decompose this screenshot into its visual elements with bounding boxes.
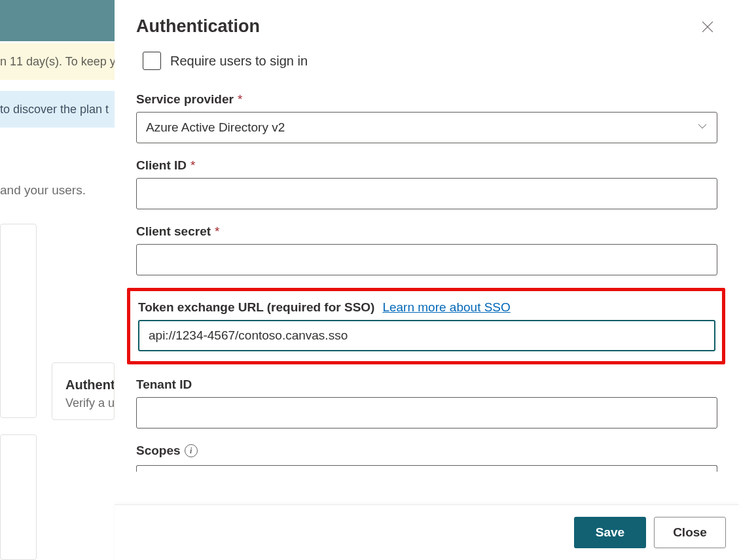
info-icon[interactable]: i	[185, 444, 198, 457]
bg-header-bar	[0, 0, 115, 41]
tenant-id-input[interactable]	[136, 397, 717, 429]
learn-more-sso-link[interactable]: Learn more about SSO	[382, 300, 510, 315]
token-url-highlight: Token exchange URL (required for SSO) Le…	[127, 288, 725, 364]
plan-banner: to discover the plan t	[0, 91, 115, 128]
bg-card-title: Authent	[65, 377, 114, 393]
client-secret-label: Client secret *	[136, 224, 717, 239]
require-signin-checkbox[interactable]	[143, 52, 161, 70]
bg-card-2: Authent Verify a u	[52, 362, 115, 420]
token-url-field: Token exchange URL (required for SSO) Le…	[138, 300, 715, 351]
tenant-id-field: Tenant ID	[136, 377, 717, 429]
panel-title: Authentication	[136, 16, 260, 37]
bg-card-3	[0, 434, 37, 560]
bg-description: and your users.	[0, 183, 86, 198]
service-provider-value: Azure Active Directory v2	[146, 120, 285, 135]
service-provider-label: Service provider *	[136, 92, 717, 107]
scopes-input[interactable]	[136, 465, 717, 472]
panel-footer: Save Close	[115, 504, 739, 560]
tenant-id-label: Tenant ID	[136, 377, 717, 392]
scopes-field: Scopes i	[136, 444, 717, 475]
client-id-input[interactable]	[136, 178, 717, 209]
close-button[interactable]: Close	[654, 517, 726, 548]
client-id-field: Client ID *	[136, 158, 717, 209]
require-signin-row: Require users to sign in	[143, 52, 717, 70]
token-url-label: Token exchange URL (required for SSO) Le…	[138, 300, 715, 315]
save-button[interactable]: Save	[574, 517, 646, 548]
scopes-label: Scopes i	[136, 444, 717, 458]
required-marker: *	[215, 224, 219, 239]
panel-header: Authentication	[115, 0, 739, 37]
client-secret-field: Client secret *	[136, 224, 717, 275]
panel-body: Require users to sign in Service provide…	[115, 37, 739, 504]
client-secret-input[interactable]	[136, 244, 717, 275]
required-marker: *	[238, 92, 242, 107]
close-icon[interactable]	[697, 16, 718, 37]
service-provider-field: Service provider * Azure Active Director…	[136, 92, 717, 143]
trial-banner: n 11 day(s). To keep yo	[0, 43, 115, 80]
plan-banner-text: to discover the plan t	[0, 103, 109, 116]
authentication-panel: Authentication Require users to sign in …	[115, 0, 739, 560]
require-signin-label: Require users to sign in	[170, 54, 308, 69]
bg-card-1	[0, 224, 37, 418]
token-url-input[interactable]	[138, 320, 715, 351]
service-provider-dropdown[interactable]: Azure Active Directory v2	[136, 112, 717, 143]
bg-card-sub: Verify a u	[65, 396, 114, 410]
trial-banner-text: n 11 day(s). To keep yo	[0, 55, 115, 69]
client-id-label: Client ID *	[136, 158, 717, 173]
bg-card-4	[67, 434, 115, 560]
chevron-down-icon	[697, 120, 708, 135]
required-marker: *	[190, 158, 195, 173]
